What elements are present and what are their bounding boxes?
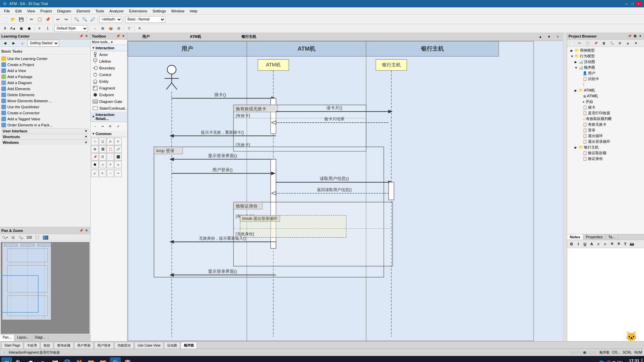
cm-btn11[interactable]: 📄 (107, 153, 114, 161)
new-btn[interactable]: 📄 (1, 16, 9, 23)
canvas-scrollbar[interactable] (563, 33, 567, 341)
taskbar-folder1[interactable]: 📂 (86, 357, 97, 362)
pz-zoom-full[interactable]: ⛶ (34, 234, 41, 241)
copy-btn[interactable]: 📋 (36, 16, 43, 23)
lc-tab-select[interactable]: Getting Started (28, 40, 59, 47)
more-tools-btn[interactable]: More tools... ▾ (91, 40, 127, 45)
pb-exit-login-item[interactable]: 📋 退出登录循环 (568, 139, 643, 144)
title-bar-controls[interactable]: — □ × (624, 1, 641, 6)
ir-btn1[interactable]: → (91, 123, 99, 130)
pb-bracket-item[interactable]: 〖 (568, 82, 643, 87)
pb-activity-item[interactable]: ▶ 📊 活动图 (568, 59, 643, 65)
tb2-close[interactable]: ✕ (136, 25, 143, 32)
lc-forward-btn[interactable]: ▶ (10, 40, 17, 47)
toolbox-endpoint[interactable]: Endpoint (91, 92, 127, 98)
notes-tab-ta[interactable]: Ta... (606, 234, 619, 240)
notes-tab-properties[interactable]: Properties (583, 234, 606, 240)
pz-tab-layout[interactable]: Layou... (14, 335, 32, 341)
cm-btn1[interactable]: □ (91, 138, 99, 145)
menu-tools[interactable]: Tools (93, 8, 107, 14)
cm-btn9[interactable]: 📌 (91, 153, 99, 161)
menu-edit[interactable]: Edit (13, 8, 24, 14)
undo-btn[interactable]: ↩ (54, 16, 62, 23)
cm-btn12[interactable]: ⬛ (114, 153, 122, 161)
menu-extensions[interactable]: Extensions (126, 8, 150, 14)
task-connector[interactable]: Create a Connector (1, 110, 89, 116)
pz-zoom-out[interactable]: 🔍- (17, 234, 25, 241)
diag-close[interactable]: × (554, 33, 561, 41)
system-clock[interactable]: 17:31 2020/4/25 (625, 359, 640, 362)
pz-zoom-100[interactable]: 100 (25, 234, 33, 241)
tb2-fill[interactable]: ◼ (25, 25, 33, 32)
taskbar-extra[interactable]: 🎯 (122, 357, 133, 362)
ir-btn2[interactable]: ⇒ (99, 123, 106, 130)
pz-pin-btn[interactable]: 📌 (79, 228, 84, 233)
schema-dropdown[interactable]: <default> (99, 16, 122, 23)
tab-func[interactable]: 功能层次 (114, 342, 134, 349)
tb2-grid[interactable]: ⊟ (115, 25, 122, 32)
tab-usecase[interactable]: Use Case View (135, 342, 163, 349)
pb-print-item[interactable]: 📋 是否打印收据 (568, 110, 643, 116)
toolbox-actor[interactable]: Actor (91, 51, 127, 58)
user-interface-section[interactable]: User Interface ▼ (1, 128, 89, 134)
menu-view[interactable]: View (24, 8, 38, 14)
pz-zoom-in[interactable]: 🔍+ (1, 234, 9, 241)
lc-close-btn[interactable]: × (84, 34, 89, 39)
pz-tab-diagram[interactable]: Diagr... (32, 335, 49, 341)
ir-btn3[interactable]: ⟳ (107, 123, 114, 130)
notes-textarea[interactable] (567, 248, 644, 341)
cm-btn6[interactable]: 🖼 (99, 145, 106, 153)
notes-italic[interactable]: I (575, 241, 581, 247)
tb2-align[interactable]: ≡ (36, 25, 43, 32)
cm-btn5[interactable]: ⊞ (91, 145, 99, 153)
task-quicklinker[interactable]: Use the Quicklinker (1, 104, 89, 110)
menu-settings[interactable]: Settings (150, 8, 169, 14)
toolbox-lifeline[interactable]: Lifeline (91, 58, 127, 65)
cm-btn10[interactable]: 🗒 (99, 153, 106, 161)
pb-up[interactable]: ▲ (624, 40, 632, 47)
interaction-rel-section[interactable]: ▼ Interaction Relati... (91, 112, 127, 122)
notes-clear1[interactable]: ✕ (609, 241, 615, 247)
tab-sequence[interactable]: 顺序图 (181, 342, 197, 349)
tab-card[interactable]: 卡处理 (24, 342, 40, 349)
pb-sequence-item[interactable]: ▼ 📊 顺序图 (568, 65, 643, 70)
pb-new[interactable]: 📄 (568, 40, 575, 47)
cm2-btn4[interactable]: ╍ (114, 170, 122, 177)
toolbox-entity[interactable]: Entity (91, 78, 127, 85)
notes-underline[interactable]: U (582, 241, 588, 247)
tb-controls[interactable]: 📌 × (116, 34, 126, 39)
tb-pin-btn[interactable]: 📌 (116, 34, 120, 39)
task-tagged-value[interactable]: Add a Tagged Value (1, 116, 89, 122)
toolbox-boundary[interactable]: Boundary (91, 65, 127, 71)
toolbox-fragment[interactable]: Fragment (91, 85, 127, 92)
taskbar-explorer[interactable]: 📁 (50, 357, 60, 362)
taskbar-start-btn[interactable]: ⊞ (1, 357, 12, 362)
pz-slider[interactable] (43, 236, 48, 240)
paste-btn[interactable]: 📌 (44, 16, 51, 23)
tb2-filter[interactable]: ▽ (125, 25, 133, 32)
pb-verify-identity-item[interactable]: 📋 验证身份 (568, 156, 643, 162)
menu-window[interactable]: Window (169, 8, 187, 14)
notes-clear2[interactable]: ✕ (615, 241, 622, 247)
pb-verify-withdraw-item[interactable]: 📋 验证取款额 (568, 150, 643, 156)
tray-network[interactable]: 🌐 (599, 360, 604, 362)
diag-nav-down[interactable]: ▼ (545, 33, 553, 41)
pb-card-item[interactable]: 📋 识别卡 (568, 76, 643, 82)
tab-activity[interactable]: 活动图 (164, 342, 180, 349)
style-select[interactable]: Default Style (54, 25, 88, 32)
notes-text[interactable]: T (622, 241, 628, 247)
cm2-btn1[interactable]: ↙ (91, 170, 99, 177)
menu-analyzer[interactable]: Analyzer (107, 8, 126, 14)
task-use-lc[interactable]: Use the Learning Center (1, 56, 89, 62)
taskbar-search-btn[interactable]: 🔍 (13, 357, 24, 362)
pz-controls[interactable]: 📌 × (79, 228, 89, 233)
pz-tab-pan[interactable]: Pan... (0, 335, 14, 341)
canvas-area[interactable]: 用户 ATM机 银行主机 ATM机 (127, 41, 563, 341)
tray-volume[interactable]: 🔊 (605, 360, 611, 362)
tb2-num[interactable]: 1 (44, 25, 51, 32)
panel-controls[interactable]: 📌 × (79, 34, 89, 39)
common-section-header[interactable]: ▼ Common (91, 131, 127, 137)
cm-btn14[interactable]: ◇ (99, 161, 106, 168)
taskbar-ea[interactable]: 🔷 (110, 357, 121, 362)
toolbox-state-cont[interactable]: State/Continuat... (91, 105, 127, 112)
